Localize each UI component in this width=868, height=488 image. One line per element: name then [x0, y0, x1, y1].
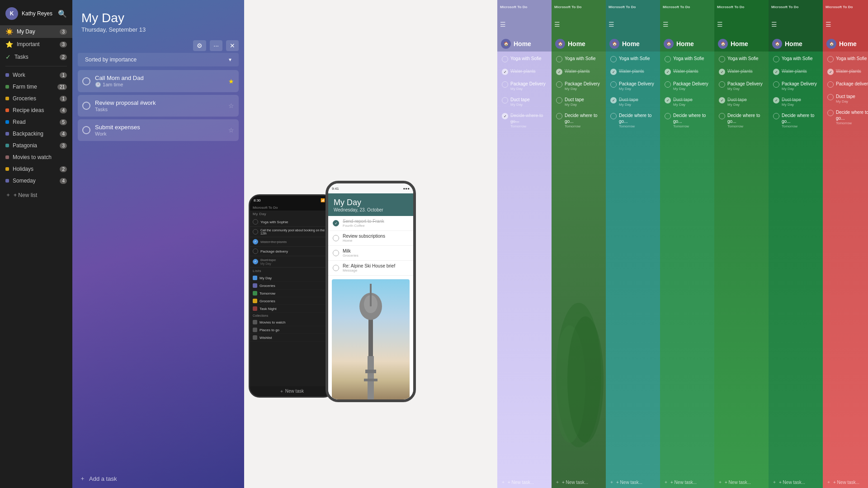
- task-star-icon[interactable]: ★: [228, 78, 234, 85]
- card-task-item[interactable]: ✓ Duct tape My Day: [717, 94, 766, 109]
- task-star-icon[interactable]: ☆: [228, 102, 234, 109]
- card-task-item[interactable]: ✓ Decide where to go... Tomorrow: [500, 110, 549, 131]
- task-circle[interactable]: [82, 77, 90, 85]
- card-task-item[interactable]: Decide where to go... Tomorrow: [717, 110, 766, 131]
- sidebar-item-someday[interactable]: Someday 4: [0, 175, 72, 187]
- card-task-item[interactable]: Yoga with Sofie: [554, 53, 603, 65]
- sidebar-item-backpacking[interactable]: Backpacking 4: [0, 128, 72, 140]
- card-task-item[interactable]: ✓ Duct tape My Day: [663, 94, 712, 109]
- hamburger-icon[interactable]: ☰: [554, 21, 560, 28]
- sidebar-item-recipe-ideas[interactable]: Recipe ideas 4: [0, 104, 72, 116]
- new-task-button[interactable]: ＋ + New task...: [552, 476, 606, 488]
- task-star-icon[interactable]: ☆: [228, 127, 234, 134]
- phone-task-item[interactable]: Package delivery: [250, 247, 333, 256]
- phone-list-item[interactable]: Groceries: [250, 297, 333, 305]
- card-task-item[interactable]: ✓ Water plants: [771, 66, 820, 77]
- movies-color-dot: [5, 155, 9, 159]
- card-task-item[interactable]: Decide where to go... Tomorrow: [826, 107, 868, 127]
- phone-list-item[interactable]: Groceries: [250, 282, 333, 290]
- card-task-item[interactable]: Yoga with Sofie: [717, 53, 766, 65]
- card-task-item[interactable]: Package Delivery My Day: [771, 79, 820, 93]
- phone-list-item[interactable]: Task Night: [250, 305, 333, 313]
- task-item[interactable]: Call Mom and Dad 🕐 1am time ★: [78, 70, 239, 92]
- task-circle[interactable]: [82, 126, 90, 134]
- card-task-item[interactable]: Duct tape My Day: [826, 91, 868, 106]
- phone-light-task[interactable]: Re: Alpine Ski House brief Message: [328, 261, 413, 276]
- card-task-item[interactable]: Yoga with Sofie: [609, 53, 657, 65]
- task-item[interactable]: Review proposal #work Tasks ☆: [78, 95, 239, 117]
- sidebar-item-tasks[interactable]: ✓ Tasks 2: [0, 51, 72, 63]
- phone-task-item[interactable]: ✓ Water the plants ★: [250, 237, 333, 247]
- card-task-item[interactable]: Yoga with Sofie: [771, 53, 820, 65]
- phone-task-item[interactable]: Call the community pool about booking on…: [250, 227, 333, 237]
- card-task-item[interactable]: Package Delivery My Day: [609, 79, 657, 93]
- sidebar-item-movies[interactable]: Movies to watch: [0, 151, 72, 163]
- phone-light-task[interactable]: Review subscriptions Home: [328, 231, 413, 246]
- task-name: Package delivery: [260, 249, 330, 253]
- sidebar-item-groceries[interactable]: Groceries 1: [0, 93, 72, 104]
- card-task-item[interactable]: ✓ Water plants: [609, 66, 657, 77]
- sidebar-item-farm-time[interactable]: Farm time 21: [0, 81, 72, 93]
- search-icon[interactable]: 🔍: [58, 9, 67, 18]
- card-task-item[interactable]: Decide where to go... Tomorrow: [554, 110, 603, 131]
- hamburger-icon[interactable]: ☰: [717, 21, 723, 28]
- card-task-item[interactable]: Yoga with Sofie: [663, 53, 712, 65]
- hamburger-icon[interactable]: ☰: [500, 21, 506, 28]
- collection-icon: [253, 320, 257, 324]
- card-task-item[interactable]: ✓ Water plants: [554, 66, 603, 77]
- card-task-item[interactable]: Duct tape My Day: [500, 94, 549, 109]
- new-task-button[interactable]: ＋ + New task...: [823, 476, 868, 488]
- card-task-item[interactable]: Package Delivery My Day: [717, 79, 766, 93]
- sidebar-item-my-day[interactable]: ☀️ My Day 3: [0, 25, 72, 38]
- phone-list-item[interactable]: Tomorrow: [250, 290, 333, 297]
- myday-settings-button[interactable]: ⚙: [193, 40, 206, 51]
- task-item[interactable]: Submit expenses Work ☆: [78, 119, 239, 141]
- sidebar-item-read[interactable]: Read 5: [0, 116, 72, 128]
- card-task-item[interactable]: ✓ Water plants: [663, 66, 712, 77]
- phone-collection-item[interactable]: Wishlist: [250, 334, 333, 342]
- hamburger-icon[interactable]: ☰: [663, 21, 669, 28]
- phone-list-item[interactable]: My Day 3: [250, 274, 333, 282]
- card-task-item[interactable]: Decide where to go... Tomorrow: [771, 110, 820, 131]
- new-task-button[interactable]: ＋ + New task...: [606, 476, 660, 488]
- card-task-item[interactable]: Yoga with Sofie: [826, 53, 868, 65]
- sidebar-item-important[interactable]: ⭐ Important 3: [0, 38, 72, 51]
- card-task-item[interactable]: Package Delivery My Day: [554, 79, 603, 93]
- phone-collection-item[interactable]: Movies to watch: [250, 319, 333, 326]
- card-task-item[interactable]: Package Delivery My Day: [663, 79, 712, 93]
- card-task-item[interactable]: ✓ Duct tape My Day: [771, 94, 820, 109]
- card-task-item[interactable]: ✓ Water plants: [500, 66, 549, 77]
- new-task-button[interactable]: ＋ + New task...: [714, 476, 769, 488]
- phone-task-item[interactable]: ✓ Duct tape My Day: [250, 256, 333, 267]
- card-task-item[interactable]: ✓ Duct tape My Day: [609, 94, 657, 109]
- myday-sort-bar[interactable]: Sorted by importance ▾: [78, 53, 239, 66]
- add-task-button[interactable]: ＋ Add a task: [72, 469, 244, 488]
- sidebar-item-patagonia[interactable]: Patagonia 3: [0, 140, 72, 151]
- myday-close-button[interactable]: ✕: [226, 40, 239, 51]
- card-task-item[interactable]: Package Delivery My Day: [500, 79, 549, 93]
- phone-light-task[interactable]: Milk Groceries: [328, 246, 413, 261]
- sidebar-user-info[interactable]: K Kathy Reyes: [5, 7, 52, 20]
- phone-light-task[interactable]: ✓ Send report to Frank Fourth Coffee: [328, 216, 413, 231]
- hamburger-icon[interactable]: ☰: [771, 21, 777, 28]
- card-task-item[interactable]: ✓ Water plants: [717, 66, 766, 77]
- myday-more-button[interactable]: ···: [210, 40, 222, 51]
- hamburger-icon[interactable]: ☰: [609, 21, 614, 28]
- task-circle[interactable]: [82, 102, 90, 110]
- new-task-button[interactable]: ＋ + New task...: [769, 476, 823, 488]
- sidebar-item-holidays[interactable]: Holidays 2: [0, 163, 72, 175]
- sidebar-item-work[interactable]: Work 1: [0, 69, 72, 81]
- phone-collection-item[interactable]: Places to go: [250, 326, 333, 334]
- new-task-button[interactable]: ＋ + New task...: [660, 476, 714, 488]
- add-task-icon[interactable]: ＋ New task: [279, 388, 304, 394]
- hamburger-icon[interactable]: ☰: [826, 21, 831, 28]
- card-task-item[interactable]: ✓ Water plants: [826, 66, 868, 77]
- card-task-item[interactable]: Package delivery: [826, 79, 868, 90]
- phone-task-item[interactable]: Yoga with Sophie ★: [250, 217, 333, 227]
- new-task-button[interactable]: ＋ + New task...: [497, 476, 552, 488]
- card-task-item[interactable]: Decide where to go... Tomorrow: [609, 110, 657, 131]
- card-task-item[interactable]: Decide where to go... Tomorrow: [663, 110, 712, 131]
- new-list-button[interactable]: ＋ + New list: [0, 188, 72, 202]
- card-task-item[interactable]: Yoga with Sofie: [500, 53, 549, 65]
- card-task-item[interactable]: Duct tape My Day: [554, 94, 603, 109]
